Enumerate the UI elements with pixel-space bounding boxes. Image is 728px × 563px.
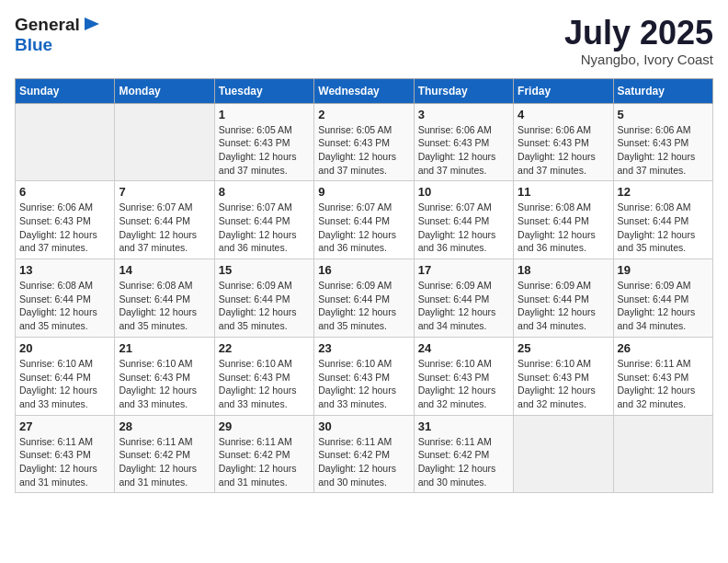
day-detail: Sunrise: 6:08 AM Sunset: 6:44 PM Dayligh…	[518, 201, 609, 255]
calendar-cell: 13Sunrise: 6:08 AM Sunset: 6:44 PM Dayli…	[16, 259, 115, 338]
day-detail: Sunrise: 6:10 AM Sunset: 6:43 PM Dayligh…	[119, 357, 210, 411]
logo-general-text: General	[15, 15, 80, 35]
day-number: 9	[318, 185, 409, 199]
day-number: 30	[318, 419, 409, 433]
calendar-cell: 11Sunrise: 6:08 AM Sunset: 6:44 PM Dayli…	[514, 181, 613, 259]
day-number: 17	[418, 263, 509, 277]
day-detail: Sunrise: 6:05 AM Sunset: 6:43 PM Dayligh…	[219, 123, 310, 178]
day-detail: Sunrise: 6:11 AM Sunset: 6:42 PM Dayligh…	[418, 435, 509, 489]
calendar-cell: 27Sunrise: 6:11 AM Sunset: 6:43 PM Dayli…	[16, 415, 115, 493]
day-detail: Sunrise: 6:08 AM Sunset: 6:44 PM Dayligh…	[618, 201, 709, 255]
calendar-cell: 6Sunrise: 6:06 AM Sunset: 6:43 PM Daylig…	[16, 181, 115, 259]
day-detail: Sunrise: 6:10 AM Sunset: 6:43 PM Dayligh…	[518, 357, 609, 411]
day-detail: Sunrise: 6:06 AM Sunset: 6:43 PM Dayligh…	[19, 201, 110, 255]
day-number: 8	[219, 185, 310, 199]
calendar-cell: 30Sunrise: 6:11 AM Sunset: 6:42 PM Dayli…	[314, 415, 414, 493]
day-detail: Sunrise: 6:11 AM Sunset: 6:42 PM Dayligh…	[219, 435, 310, 489]
day-number: 18	[518, 263, 609, 277]
day-number: 22	[219, 341, 310, 355]
calendar-cell: 29Sunrise: 6:11 AM Sunset: 6:42 PM Dayli…	[214, 415, 313, 493]
weekday-header-thursday: Thursday	[414, 78, 513, 103]
day-number: 15	[219, 263, 310, 277]
day-number: 19	[618, 263, 709, 277]
weekday-header-tuesday: Tuesday	[214, 78, 313, 103]
calendar-cell: 2Sunrise: 6:05 AM Sunset: 6:43 PM Daylig…	[314, 103, 414, 181]
day-detail: Sunrise: 6:09 AM Sunset: 6:44 PM Dayligh…	[318, 279, 409, 333]
day-detail: Sunrise: 6:07 AM Sunset: 6:44 PM Dayligh…	[318, 201, 409, 255]
day-number: 7	[119, 185, 210, 199]
day-detail: Sunrise: 6:06 AM Sunset: 6:43 PM Dayligh…	[618, 123, 709, 178]
day-detail: Sunrise: 6:10 AM Sunset: 6:43 PM Dayligh…	[318, 357, 409, 411]
calendar-cell: 15Sunrise: 6:09 AM Sunset: 6:44 PM Dayli…	[214, 259, 313, 338]
calendar-cell: 28Sunrise: 6:11 AM Sunset: 6:42 PM Dayli…	[115, 415, 214, 493]
calendar-cell: 17Sunrise: 6:09 AM Sunset: 6:44 PM Dayli…	[414, 259, 513, 338]
day-detail: Sunrise: 6:09 AM Sunset: 6:44 PM Dayligh…	[219, 279, 310, 333]
weekday-header-friday: Friday	[514, 78, 613, 103]
day-detail: Sunrise: 6:11 AM Sunset: 6:43 PM Dayligh…	[19, 435, 110, 489]
day-number: 26	[618, 341, 709, 355]
day-number: 25	[518, 341, 609, 355]
day-number: 13	[19, 263, 110, 277]
day-number: 1	[219, 108, 310, 121]
day-detail: Sunrise: 6:10 AM Sunset: 6:44 PM Dayligh…	[19, 357, 110, 411]
calendar-cell: 7Sunrise: 6:07 AM Sunset: 6:44 PM Daylig…	[115, 181, 214, 259]
calendar-table: SundayMondayTuesdayWednesdayThursdayFrid…	[15, 78, 713, 494]
weekday-header-monday: Monday	[115, 78, 214, 103]
day-detail: Sunrise: 6:07 AM Sunset: 6:44 PM Dayligh…	[418, 201, 509, 255]
day-detail: Sunrise: 6:10 AM Sunset: 6:43 PM Dayligh…	[219, 357, 310, 411]
day-detail: Sunrise: 6:05 AM Sunset: 6:43 PM Dayligh…	[318, 123, 409, 178]
day-number: 4	[518, 108, 609, 121]
title-block: July 2025 Nyangbo, Ivory Coast	[564, 15, 713, 67]
day-detail: Sunrise: 6:11 AM Sunset: 6:42 PM Dayligh…	[119, 435, 210, 489]
logo: General Blue	[15, 15, 101, 55]
calendar-cell: 10Sunrise: 6:07 AM Sunset: 6:44 PM Dayli…	[414, 181, 513, 259]
calendar-cell: 3Sunrise: 6:06 AM Sunset: 6:43 PM Daylig…	[414, 103, 513, 181]
day-number: 24	[418, 341, 509, 355]
calendar-cell: 12Sunrise: 6:08 AM Sunset: 6:44 PM Dayli…	[613, 181, 712, 259]
day-detail: Sunrise: 6:07 AM Sunset: 6:44 PM Dayligh…	[119, 201, 210, 255]
calendar-cell: 24Sunrise: 6:10 AM Sunset: 6:43 PM Dayli…	[414, 337, 513, 415]
calendar-cell: 23Sunrise: 6:10 AM Sunset: 6:43 PM Dayli…	[314, 337, 414, 415]
day-number: 6	[19, 185, 110, 199]
calendar-cell	[514, 415, 613, 493]
calendar-cell: 14Sunrise: 6:08 AM Sunset: 6:44 PM Dayli…	[115, 259, 214, 338]
logo-blue-text: Blue	[15, 35, 52, 54]
month-title: July 2025	[564, 15, 713, 52]
calendar-cell: 21Sunrise: 6:10 AM Sunset: 6:43 PM Dayli…	[115, 337, 214, 415]
day-number: 16	[318, 263, 409, 277]
weekday-header-saturday: Saturday	[613, 78, 712, 103]
day-detail: Sunrise: 6:11 AM Sunset: 6:42 PM Dayligh…	[318, 435, 409, 489]
calendar-cell: 22Sunrise: 6:10 AM Sunset: 6:43 PM Dayli…	[214, 337, 313, 415]
calendar-cell: 4Sunrise: 6:06 AM Sunset: 6:43 PM Daylig…	[514, 103, 613, 181]
calendar-cell: 8Sunrise: 6:07 AM Sunset: 6:44 PM Daylig…	[214, 181, 313, 259]
day-number: 28	[119, 419, 210, 433]
day-detail: Sunrise: 6:06 AM Sunset: 6:43 PM Dayligh…	[418, 123, 509, 178]
calendar-cell: 26Sunrise: 6:11 AM Sunset: 6:43 PM Dayli…	[613, 337, 712, 415]
day-detail: Sunrise: 6:11 AM Sunset: 6:43 PM Dayligh…	[618, 357, 709, 411]
day-number: 20	[19, 341, 110, 355]
day-number: 14	[119, 263, 210, 277]
day-detail: Sunrise: 6:06 AM Sunset: 6:43 PM Dayligh…	[518, 123, 609, 178]
day-number: 10	[418, 185, 509, 199]
day-number: 11	[518, 185, 609, 199]
day-number: 31	[418, 419, 509, 433]
day-number: 29	[219, 419, 310, 433]
day-detail: Sunrise: 6:08 AM Sunset: 6:44 PM Dayligh…	[19, 279, 110, 333]
calendar-cell: 31Sunrise: 6:11 AM Sunset: 6:42 PM Dayli…	[414, 415, 513, 493]
calendar-cell: 25Sunrise: 6:10 AM Sunset: 6:43 PM Dayli…	[514, 337, 613, 415]
calendar-cell: 19Sunrise: 6:09 AM Sunset: 6:44 PM Dayli…	[613, 259, 712, 338]
day-number: 27	[19, 419, 110, 433]
day-detail: Sunrise: 6:09 AM Sunset: 6:44 PM Dayligh…	[518, 279, 609, 333]
location-subtitle: Nyangbo, Ivory Coast	[564, 52, 713, 67]
calendar-cell: 16Sunrise: 6:09 AM Sunset: 6:44 PM Dayli…	[314, 259, 414, 338]
day-number: 3	[418, 108, 509, 121]
calendar-cell	[613, 415, 712, 493]
weekday-header-wednesday: Wednesday	[314, 78, 414, 103]
calendar-cell: 18Sunrise: 6:09 AM Sunset: 6:44 PM Dayli…	[514, 259, 613, 338]
day-number: 12	[618, 185, 709, 199]
logo-icon	[81, 15, 101, 35]
day-number: 23	[318, 341, 409, 355]
day-detail: Sunrise: 6:08 AM Sunset: 6:44 PM Dayligh…	[119, 279, 210, 333]
day-detail: Sunrise: 6:10 AM Sunset: 6:43 PM Dayligh…	[418, 357, 509, 411]
calendar-cell: 5Sunrise: 6:06 AM Sunset: 6:43 PM Daylig…	[613, 103, 712, 181]
